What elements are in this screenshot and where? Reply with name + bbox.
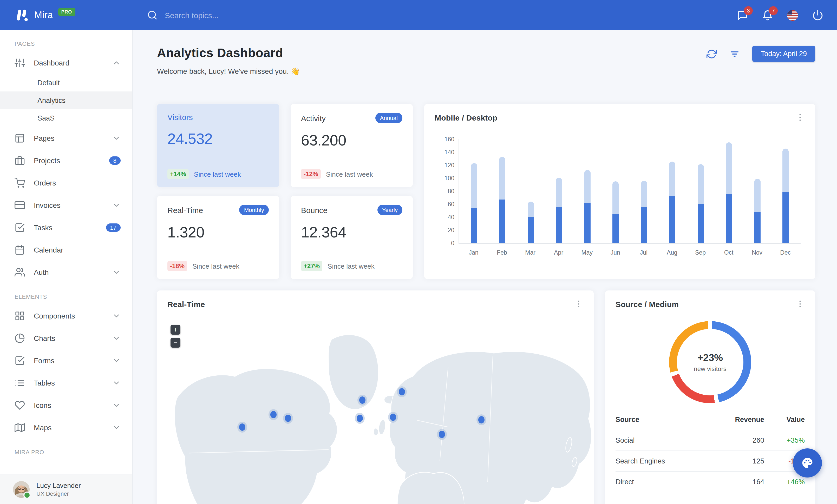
y-tick: 160 — [434, 136, 455, 142]
sidebar-item-pages[interactable]: Pages — [0, 127, 132, 149]
sidebar-item-auth[interactable]: Auth — [0, 261, 132, 283]
mira-logo-icon — [14, 7, 29, 23]
chevron-down-icon — [112, 334, 121, 342]
search-bar[interactable] — [147, 10, 301, 20]
y-axis-labels: 020406080100120140160 — [434, 139, 455, 243]
map-menu-button[interactable] — [574, 299, 583, 309]
brand[interactable]: Mira PRO — [0, 7, 132, 23]
x-tick: Apr — [552, 249, 565, 256]
y-tick: 100 — [434, 175, 455, 181]
bar-sep[interactable] — [694, 164, 707, 243]
users-icon — [15, 267, 25, 277]
source-row-social: Social 260 +35% — [616, 430, 805, 450]
brand-name: Mira — [34, 10, 53, 20]
bar-aug[interactable] — [665, 161, 679, 243]
bar-nov[interactable] — [750, 179, 764, 243]
stat-delta-chip: +27% — [301, 261, 322, 271]
stat-period-badge[interactable]: Yearly — [377, 205, 403, 215]
today-button[interactable]: Today: April 29 — [752, 46, 815, 62]
bar-dec[interactable] — [779, 148, 792, 243]
map-marker — [399, 388, 405, 395]
sidebar-item-components[interactable]: Components — [0, 304, 132, 327]
sidebar-item-tables[interactable]: Tables — [0, 372, 132, 394]
theme-settings-fab[interactable] — [793, 448, 822, 478]
sidebar-subitem-saas[interactable]: SaaS — [0, 109, 132, 127]
y-tick: 140 — [434, 149, 455, 155]
stat-note: Since last week — [326, 170, 373, 178]
sidebar-item-label: Auth — [34, 268, 49, 276]
chevron-down-icon — [112, 312, 121, 320]
sidebar-item-charts[interactable]: Charts — [0, 327, 132, 349]
chevron-down-icon — [112, 134, 121, 142]
sidebar-item-projects[interactable]: Projects8 — [0, 149, 132, 171]
bar-jun[interactable] — [609, 182, 623, 243]
stat-period-badge[interactable]: Monthly — [239, 205, 269, 215]
sidebar-item-dashboard[interactable]: Dashboard — [0, 52, 132, 74]
x-tick: Mar — [523, 249, 537, 256]
bar-jan[interactable] — [467, 163, 481, 243]
map-zoom-in-button[interactable]: + — [171, 325, 180, 335]
power-icon — [812, 10, 823, 21]
refresh-button[interactable] — [707, 49, 717, 59]
bar-segment-desktop — [782, 148, 789, 192]
stat-period-badge[interactable]: Annual — [375, 113, 403, 123]
language-button[interactable] — [787, 10, 798, 20]
stat-card-visitors: Visitors24.532+14%Since last week — [157, 104, 279, 187]
map-marker — [285, 415, 291, 422]
sidebar-item-tasks[interactable]: Tasks17 — [0, 216, 132, 239]
col-header-revenue: Revenue — [717, 416, 764, 424]
bar-jul[interactable] — [637, 181, 651, 243]
search-input[interactable] — [164, 10, 301, 20]
notifications-badge: 7 — [769, 6, 778, 15]
sidebar-item-label: Charts — [34, 334, 55, 342]
bar-segment-mobile — [669, 196, 675, 243]
check-square-icon — [15, 355, 25, 366]
sidebar-item-forms[interactable]: Forms — [0, 349, 132, 372]
sidebar-subitem-default[interactable]: Default — [0, 74, 132, 91]
sidebar-item-orders[interactable]: Orders — [0, 171, 132, 194]
sidebar-item-label: Maps — [34, 423, 52, 431]
source-value: +35% — [764, 436, 805, 444]
sidebar-subitem-analytics[interactable]: Analytics — [0, 91, 132, 109]
world-map[interactable]: + − — [157, 317, 594, 504]
logout-button[interactable] — [812, 10, 823, 21]
bar-feb[interactable] — [496, 157, 509, 243]
stat-note: Since last week — [194, 170, 241, 178]
bar-may[interactable] — [581, 170, 594, 243]
search-icon — [147, 10, 158, 20]
source-menu-button[interactable] — [796, 299, 805, 309]
notifications-button[interactable]: 7 — [762, 10, 773, 20]
stat-value: 63.200 — [301, 132, 403, 149]
x-tick: Sep — [694, 249, 707, 256]
source-name: Social — [616, 436, 717, 444]
bar-segment-mobile — [584, 203, 591, 243]
bar-oct[interactable] — [722, 143, 736, 243]
filter-button[interactable] — [730, 49, 740, 59]
bar-segment-mobile — [613, 214, 619, 243]
sidebar-item-invoices[interactable]: Invoices — [0, 194, 132, 216]
sidebar-item-label: Forms — [34, 356, 54, 365]
mobile-desktop-card: Mobile / Desktop 020406080100120140160 J… — [424, 104, 815, 279]
bar-mar[interactable] — [524, 202, 537, 243]
map-zoom-out-button[interactable]: − — [171, 338, 180, 348]
stat-value: 24.532 — [167, 130, 269, 148]
layout-icon — [15, 133, 25, 143]
bar-segment-desktop — [669, 161, 675, 196]
source-name: Direct — [616, 478, 717, 486]
stat-delta-chip: +14% — [167, 169, 189, 179]
bar-apr[interactable] — [552, 178, 566, 243]
x-tick: Dec — [779, 249, 792, 256]
sidebar-item-calendar[interactable]: Calendar — [0, 239, 132, 261]
chart-title: Mobile / Desktop — [434, 113, 498, 122]
x-axis-labels: JanFebMarAprMayJunJulAugSepOctNovDec — [459, 249, 801, 256]
source-row-direct: Direct 164 +46% — [616, 471, 805, 492]
sidebar-section-label: MIRA PRO — [0, 438, 132, 460]
sidebar-item-icons[interactable]: Icons — [0, 394, 132, 416]
sidebar-item-maps[interactable]: Maps — [0, 416, 132, 438]
messages-button[interactable]: 3 — [737, 10, 748, 20]
chart-menu-button[interactable] — [796, 113, 805, 122]
sidebar-user[interactable]: Lucy Lavender UX Designer — [0, 474, 132, 504]
filter-icon — [730, 49, 740, 59]
sidebar-item-label: Calendar — [34, 245, 64, 254]
map-marker — [390, 414, 396, 421]
